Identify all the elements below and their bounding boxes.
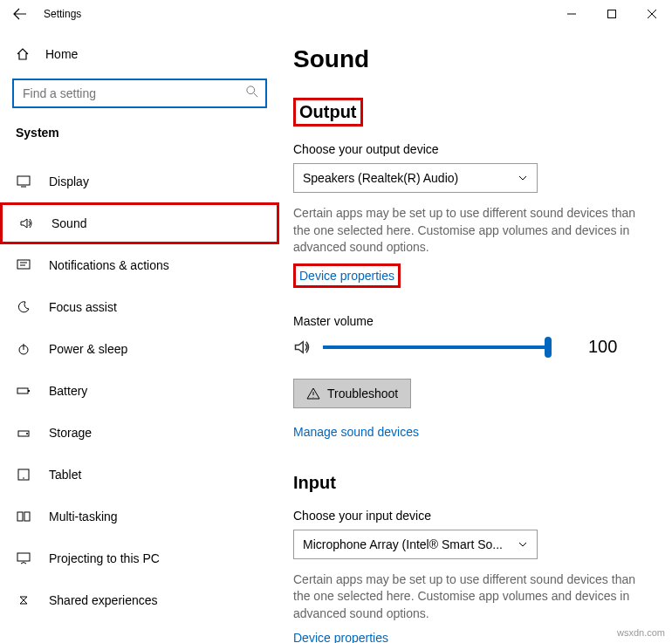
sidebar-item-projecting[interactable]: Projecting to this PC bbox=[0, 537, 279, 579]
chevron-down-icon bbox=[518, 539, 528, 550]
volume-slider[interactable] bbox=[323, 337, 550, 358]
sidebar-item-label: Shared experiences bbox=[49, 593, 158, 607]
input-device-value: Microphone Array (Intel® Smart So... bbox=[303, 537, 503, 551]
sidebar-item-label: Sound bbox=[51, 216, 86, 230]
titlebar: Settings bbox=[0, 0, 672, 28]
output-device-select[interactable]: Speakers (Realtek(R) Audio) bbox=[293, 163, 538, 193]
watermark: wsxdn.com bbox=[617, 627, 665, 638]
notifications-icon bbox=[16, 258, 31, 272]
section-label: System bbox=[0, 120, 279, 161]
svg-rect-2 bbox=[17, 176, 30, 185]
sidebar: Home System Display Sound Notifications … bbox=[0, 28, 279, 643]
sidebar-item-label: Tablet bbox=[49, 468, 81, 482]
svg-point-10 bbox=[23, 477, 24, 479]
display-icon bbox=[16, 174, 31, 188]
input-device-properties-link[interactable]: Device properties bbox=[293, 631, 388, 643]
minimize-button[interactable] bbox=[552, 0, 592, 28]
svg-rect-5 bbox=[17, 388, 28, 393]
sidebar-item-storage[interactable]: Storage bbox=[0, 412, 279, 454]
input-device-select[interactable]: Microphone Array (Intel® Smart So... bbox=[293, 530, 538, 559]
output-device-value: Speakers (Realtek(R) Audio) bbox=[303, 171, 458, 185]
output-device-properties-link[interactable]: Device properties bbox=[299, 269, 394, 283]
battery-icon bbox=[16, 384, 31, 398]
search-icon bbox=[246, 86, 258, 98]
main-panel: Sound Output Choose your output device S… bbox=[279, 28, 672, 643]
volume-row: 100 bbox=[293, 337, 660, 358]
svg-rect-0 bbox=[608, 10, 616, 18]
sidebar-item-label: Battery bbox=[49, 384, 87, 398]
slider-thumb[interactable] bbox=[545, 337, 552, 358]
svg-rect-3 bbox=[17, 260, 30, 269]
home-nav[interactable]: Home bbox=[0, 37, 279, 72]
search-input[interactable] bbox=[12, 79, 267, 108]
close-button[interactable] bbox=[632, 0, 672, 28]
sidebar-item-shared[interactable]: Shared experiences bbox=[0, 579, 279, 621]
home-label: Home bbox=[45, 47, 78, 61]
master-volume-label: Master volume bbox=[293, 314, 660, 328]
svg-point-1 bbox=[247, 86, 255, 94]
sidebar-item-label: Storage bbox=[49, 426, 92, 440]
troubleshoot-button[interactable]: Troubleshoot bbox=[293, 379, 411, 408]
svg-rect-11 bbox=[17, 512, 23, 521]
svg-rect-6 bbox=[28, 390, 30, 392]
projecting-icon bbox=[16, 551, 31, 565]
volume-value: 100 bbox=[588, 337, 617, 357]
input-heading: Input bbox=[293, 473, 660, 493]
sound-icon bbox=[18, 216, 34, 230]
troubleshoot-label: Troubleshoot bbox=[327, 386, 398, 400]
sidebar-item-multitasking[interactable]: Multi-tasking bbox=[0, 496, 279, 537]
sidebar-item-label: Power & sleep bbox=[49, 342, 127, 356]
sidebar-item-label: Projecting to this PC bbox=[49, 551, 160, 565]
svg-point-8 bbox=[26, 433, 28, 434]
storage-icon bbox=[16, 426, 31, 440]
page-title: Sound bbox=[293, 45, 660, 73]
sidebar-item-label: Notifications & actions bbox=[49, 258, 169, 272]
tablet-icon bbox=[16, 468, 31, 482]
input-help-text: Certain apps may be set up to use differ… bbox=[293, 571, 651, 623]
manage-sound-devices-link[interactable]: Manage sound devices bbox=[293, 425, 419, 439]
power-icon bbox=[16, 342, 31, 356]
sidebar-item-label: Focus assist bbox=[49, 300, 117, 314]
svg-rect-13 bbox=[17, 553, 30, 561]
window-title: Settings bbox=[40, 8, 81, 20]
sidebar-item-battery[interactable]: Battery bbox=[0, 370, 279, 412]
sidebar-item-focus-assist[interactable]: Focus assist bbox=[0, 286, 279, 328]
sidebar-item-label: Multi-tasking bbox=[49, 510, 118, 523]
svg-rect-12 bbox=[24, 512, 30, 521]
sidebar-item-notifications[interactable]: Notifications & actions bbox=[0, 244, 279, 286]
volume-icon[interactable] bbox=[293, 339, 311, 356]
output-help-text: Certain apps may be set up to use differ… bbox=[293, 205, 651, 257]
moon-icon bbox=[16, 300, 31, 314]
sidebar-item-tablet[interactable]: Tablet bbox=[0, 454, 279, 496]
maximize-button[interactable] bbox=[592, 0, 632, 28]
input-choose-label: Choose your input device bbox=[293, 509, 660, 523]
output-heading: Output bbox=[299, 102, 357, 122]
chevron-down-icon bbox=[518, 173, 528, 183]
window-controls bbox=[552, 0, 672, 28]
multitasking-icon bbox=[16, 510, 31, 523]
back-arrow-icon bbox=[13, 7, 27, 21]
home-icon bbox=[16, 47, 30, 61]
output-choose-label: Choose your output device bbox=[293, 142, 660, 156]
sidebar-item-label: Display bbox=[49, 174, 89, 188]
search-box[interactable] bbox=[12, 79, 267, 108]
sidebar-item-power[interactable]: Power & sleep bbox=[0, 328, 279, 370]
shared-icon bbox=[16, 593, 31, 607]
sidebar-item-sound[interactable]: Sound bbox=[0, 202, 279, 244]
warning-icon bbox=[306, 386, 320, 400]
sidebar-item-display[interactable]: Display bbox=[0, 161, 279, 202]
back-button[interactable] bbox=[0, 0, 40, 28]
